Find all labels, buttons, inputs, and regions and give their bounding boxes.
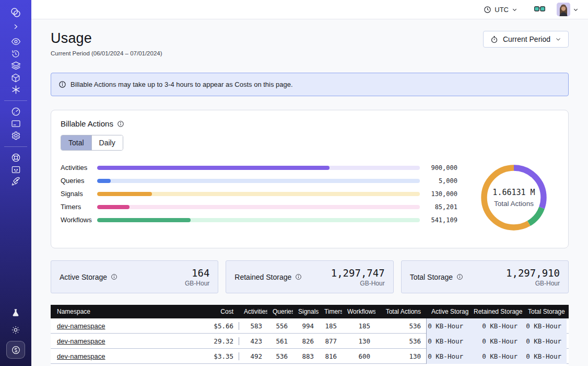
plan-coin-button[interactable]	[6, 341, 25, 359]
clock-icon	[484, 6, 491, 14]
theme-sun-icon[interactable]	[6, 324, 25, 336]
bar-value: 130,000	[420, 190, 457, 198]
col-timers: Timers	[319, 308, 342, 315]
feedback-glasses-icon[interactable]	[534, 6, 545, 13]
info-icon[interactable]	[456, 273, 463, 280]
namespaces-icon[interactable]	[6, 36, 25, 48]
collapse-chevron-icon[interactable]	[6, 20, 25, 32]
history-icon[interactable]	[6, 48, 25, 60]
layers-icon[interactable]	[6, 60, 25, 72]
col-workflows: Workflows	[342, 308, 375, 315]
rocket-icon[interactable]	[6, 176, 25, 188]
temporal-logo-icon[interactable]	[6, 6, 25, 18]
cell-total-actions: 130	[375, 352, 426, 360]
storage-card-label: Total Storage	[410, 273, 453, 281]
page-subtitle: Current Period (06/01/2024 – 07/01/2024)	[51, 50, 162, 56]
namespace-link[interactable]: dev-namespace	[57, 322, 105, 330]
bar-value: 85,201	[420, 203, 457, 211]
cell-workflows: 185	[342, 322, 375, 330]
tab-daily[interactable]: Daily	[91, 135, 123, 150]
col-cost: Cost	[197, 308, 239, 315]
table-row: dev-namespace $5.66 583 556 994 185 185 …	[51, 318, 569, 334]
table-row: dev-namespace 29.32 423 561 826 877 130 …	[51, 334, 569, 349]
storage-card-label: Retained Storage	[234, 273, 291, 281]
info-icon[interactable]	[111, 273, 117, 280]
cell-active-storage: 0 KB-Hour	[426, 349, 468, 364]
donut-total-value: 1.66131 M	[492, 188, 535, 197]
cell-workflows: 600	[342, 352, 375, 360]
storage-card-unit: GB-Hour	[331, 280, 385, 287]
bar-row-queries: Queries 5,000	[61, 174, 457, 187]
period-dropdown-button[interactable]: Current Period	[483, 31, 569, 48]
cell-total-storage: 0 KB-Hour	[523, 334, 567, 349]
cell-total-actions: 536	[375, 337, 426, 345]
cell-timers: 877	[319, 337, 342, 345]
info-banner-text: Billable Actions may take up to 3-4 hour…	[70, 81, 293, 88]
bar-value: 5,000	[420, 177, 457, 185]
col-namespace: Namespace	[51, 308, 197, 315]
cell-queries: 556	[267, 322, 293, 330]
cell-total-storage: 0 KB-Hour	[523, 349, 567, 364]
storage-card-value: 164	[185, 267, 209, 279]
billable-view-tabs: Total Daily	[61, 135, 123, 151]
bar-row-signals: Signals 130,000	[61, 187, 457, 200]
settings-gear-icon[interactable]	[6, 130, 25, 142]
bar-value: 900,000	[420, 164, 457, 171]
cell-signals: 883	[293, 352, 319, 360]
table-row-partial	[51, 364, 569, 366]
chevron-down-icon	[573, 7, 579, 13]
info-icon[interactable]	[117, 120, 124, 128]
active-storage-card: Active Storage 164 GB-Hour	[51, 260, 218, 293]
nexus-asterisk-icon[interactable]	[6, 84, 25, 96]
col-activities: Activities	[239, 308, 267, 315]
total-actions-donut: 1.66131 M Total Actions	[469, 158, 559, 237]
bar-row-activities: Activities 900,000	[61, 161, 457, 174]
namespace-link[interactable]: dev-namespace	[57, 337, 105, 345]
cell-cost: $5.66	[197, 322, 239, 330]
timezone-picker[interactable]: UTC	[484, 6, 518, 14]
cell-retained-storage: 0 KB-Hour	[468, 318, 523, 334]
usage-gauge-icon[interactable]	[6, 106, 25, 118]
storage-card-unit: GB-Hour	[185, 280, 209, 287]
cell-timers: 816	[319, 352, 342, 360]
deployments-cube-icon[interactable]	[6, 72, 25, 84]
user-menu[interactable]	[557, 3, 579, 16]
cell-timers: 185	[319, 322, 342, 330]
retained-storage-card: Retained Storage 1,297,747 GB-Hour	[226, 260, 393, 293]
cell-activities: 423	[239, 337, 267, 345]
main-area: UTC	[31, 0, 588, 366]
tab-total[interactable]: Total	[61, 135, 91, 150]
cell-total-storage: 0 KB-Hour	[523, 318, 567, 334]
cell-total-actions: 536	[375, 322, 426, 330]
support-lifebuoy-icon[interactable]	[6, 152, 25, 164]
sidebar-divider	[4, 146, 27, 147]
info-icon[interactable]	[295, 273, 302, 280]
sidebar-bottom-group	[6, 306, 25, 359]
cell-signals: 994	[293, 322, 319, 330]
donut-total-label: Total Actions	[492, 200, 535, 208]
labs-flask-icon[interactable]	[6, 306, 25, 318]
info-banner: Billable Actions may take up to 3-4 hour…	[51, 73, 569, 96]
cell-active-storage: 0 KB-Hour	[426, 318, 468, 334]
col-total-actions: Total Actions	[375, 308, 426, 315]
console-icon[interactable]	[6, 164, 25, 176]
cell-signals: 826	[293, 337, 319, 345]
storage-card-label: Active Storage	[60, 273, 107, 281]
cell-cost: 29.32	[197, 337, 239, 345]
col-total-storage: Total Storage	[523, 308, 567, 315]
info-icon	[58, 81, 66, 88]
bar-label: Timers	[61, 203, 97, 211]
period-dropdown-label: Current Period	[503, 35, 550, 43]
table-row: dev-namespace $3.35 492 536 883 816 600 …	[51, 349, 569, 364]
namespace-link[interactable]: dev-namespace	[57, 352, 105, 360]
avatar	[557, 3, 570, 16]
storage-card-unit: GB-Hour	[506, 280, 560, 287]
billing-card-icon[interactable]	[6, 118, 25, 130]
sidebar	[0, 0, 31, 366]
bar-row-workflows: Workflows 541,109	[61, 213, 457, 226]
col-queries: Queries	[267, 308, 293, 315]
topbar: UTC	[31, 0, 588, 19]
cell-active-storage: 0 KB-Hour	[426, 334, 468, 349]
col-signals: Signals	[293, 308, 319, 315]
billable-bar-chart: Activities 900,000 Queries 5,000 Signals…	[61, 161, 469, 226]
